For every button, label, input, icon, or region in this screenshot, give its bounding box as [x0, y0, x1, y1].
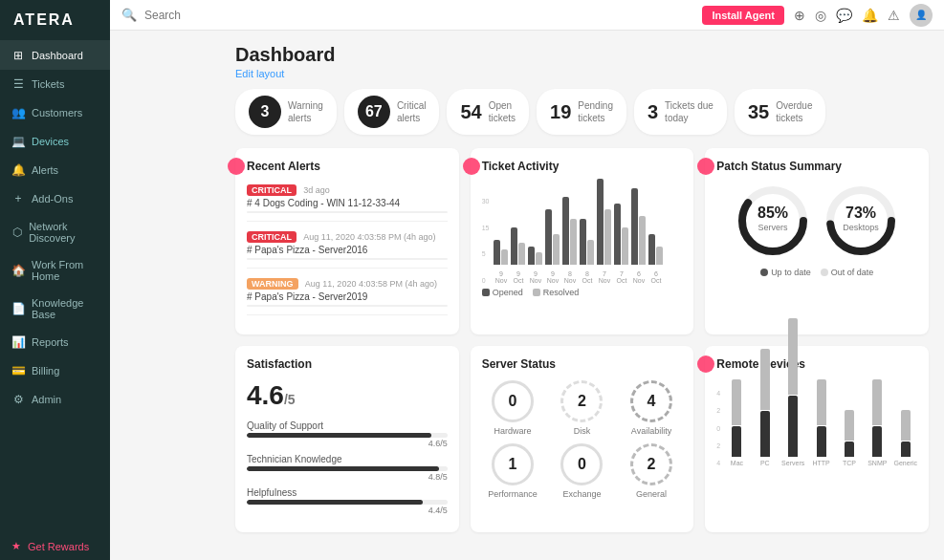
chart-label-8: 6 Nov: [631, 270, 646, 284]
bell-icon[interactable]: 🔔: [862, 8, 878, 23]
server-grid: 0 Hardware 2 Disk 4 Availability 1 Perfo…: [482, 380, 683, 499]
remote-bar-light-2: [788, 318, 798, 395]
general-label: General: [621, 489, 683, 499]
bar-resolved-6: [604, 209, 611, 265]
sidebar-item-customers[interactable]: 👥 Customers: [0, 98, 110, 127]
install-agent-button[interactable]: Install Agent: [702, 6, 784, 25]
pending-label: Pendingtickets: [578, 99, 613, 124]
alert-divider-1: [247, 211, 448, 213]
server-general: 2 General: [621, 443, 683, 499]
satisfaction-card: Satisfaction 4.6/5 Quality of Support 4.…: [235, 346, 459, 532]
sidebar-item-admin[interactable]: ⚙ Admin: [0, 385, 110, 414]
server-status-title: Server Status: [482, 357, 683, 371]
bar-resolved-5: [587, 240, 594, 265]
remote-bar-group-6: Generic: [893, 410, 917, 466]
overdue-label: Overduetickets: [776, 99, 812, 124]
remote-devices-indicator: [697, 355, 714, 373]
knowledge-value: 4.8/5: [247, 472, 448, 482]
remote-bar-light-5: [872, 379, 882, 425]
chat-icon[interactable]: 💬: [836, 8, 852, 23]
remote-devices-title: Remote Devices: [716, 357, 917, 371]
remote-bar-group-2: Servers: [781, 318, 804, 466]
edit-layout-link[interactable]: Edit layout: [235, 68, 929, 79]
warning-icon[interactable]: ⚠: [888, 8, 900, 23]
disk-circle: 2: [560, 380, 603, 422]
legend-outofdate: Out of date: [821, 268, 874, 277]
admin-icon: ⚙: [11, 393, 25, 406]
search-input[interactable]: [144, 9, 694, 22]
stats-row: 3 Warningalerts 67 Criticalalerts 54 Ope…: [235, 89, 929, 135]
open-label: Opentickets: [489, 99, 516, 124]
availability-label: Availability: [621, 426, 683, 436]
bar-group-0: [494, 240, 508, 265]
alert-time-2: Aug 11, 2020 4:03:58 PM (4h ago): [303, 232, 435, 242]
sidebar-nav: ⊞ Dashboard ☰ Tickets 👥 Customers 💻 Devi…: [0, 41, 110, 532]
bar-opened-3: [545, 209, 552, 265]
search-icon: 🔍: [121, 8, 137, 22]
bar-group-3: [545, 209, 560, 265]
sidebar-item-label: Admin: [32, 394, 61, 405]
remote-label-0: Mac: [731, 460, 743, 466]
progress-knowledge: Technician Knowledge 4.8/5: [247, 454, 448, 482]
topbar-icons: Install Agent ⊕ ◎ 💬 🔔 ⚠ 👤: [702, 4, 933, 27]
servers-circle: 85% Servers: [735, 183, 811, 262]
customers-icon: 👥: [11, 106, 25, 119]
remote-bars-wrapper: MacPCServersHTTPTCPSNMPGeneric: [725, 380, 917, 466]
sidebar-item-tickets[interactable]: ☰ Tickets: [0, 70, 110, 98]
chart-legend: Opened Resolved: [482, 288, 683, 297]
server-status-card: Server Status 0 Hardware 2 Disk 4 Availa…: [471, 346, 694, 532]
patch-status-indicator: [697, 158, 714, 175]
desktops-svg: 73% Desktops: [823, 183, 899, 259]
quality-bar-fill: [247, 433, 431, 438]
bar-group-9: [648, 234, 663, 265]
location-icon[interactable]: ◎: [815, 8, 826, 23]
reports-icon: 📊: [11, 335, 25, 349]
alert-badge-warning-3: WARNING: [247, 278, 298, 290]
ticket-activity-card: Ticket Activity 30 15 5 0 9 Nov9 Oct9 No…: [471, 148, 694, 334]
remote-bar-group-5: SNMP: [866, 379, 889, 466]
avatar[interactable]: 👤: [910, 4, 933, 27]
server-disk: 2 Disk: [551, 380, 613, 436]
sidebar-item-label: Reports: [32, 336, 69, 348]
remote-bar-dark-2: [788, 396, 798, 457]
sidebar-item-knowledge[interactable]: 📄 Knowledge Base: [0, 290, 110, 328]
get-rewards-button[interactable]: ★ Get Rewards: [0, 532, 110, 560]
bar-group-1: [511, 227, 525, 265]
sidebar-item-addons[interactable]: + Add-Ons: [0, 184, 110, 213]
quality-value: 4.6/5: [247, 439, 448, 448]
disk-label: Disk: [551, 426, 613, 436]
sidebar-item-label: Devices: [32, 136, 69, 147]
alert-badge-critical-1: CRITICAL: [247, 184, 296, 196]
sidebar-item-devices[interactable]: 💻 Devices: [0, 127, 110, 156]
sidebar-item-dashboard[interactable]: ⊞ Dashboard: [0, 41, 110, 70]
helpfulness-bar-bg: [247, 500, 448, 505]
rewards-icon: ★: [11, 540, 21, 552]
remote-bar-light-3: [817, 379, 826, 425]
svg-text:Servers: Servers: [758, 223, 789, 232]
sidebar-item-alerts[interactable]: 🔔 Alerts: [0, 156, 110, 184]
main-content: Dashboard Edit layout 3 Warningalerts 67…: [220, 31, 944, 560]
addons-icon: +: [11, 192, 25, 205]
sidebar-item-reports[interactable]: 📊 Reports: [0, 328, 110, 356]
sidebar-item-workfromhome[interactable]: 🏠 Work From Home: [0, 251, 110, 290]
plus-icon[interactable]: ⊕: [794, 8, 805, 23]
bars-container: 9 Nov9 Oct9 Nov9 Nov8 Nov8 Oct7 Nov7 Oct…: [494, 183, 682, 284]
bar-group-7: [614, 204, 628, 265]
exchange-label: Exchange: [551, 489, 613, 499]
quality-bar-bg: [247, 433, 448, 438]
stat-pending-tickets: 19 Pendingtickets: [537, 89, 626, 135]
bar-opened-6: [597, 179, 604, 265]
alert-divider-3: [247, 305, 448, 307]
remote-bar-group-4: TCP: [838, 410, 861, 466]
exchange-circle: 0: [560, 443, 603, 485]
critical-label: Criticalalerts: [397, 99, 427, 124]
remote-bar-group-0: Mac: [725, 379, 748, 466]
bar-opened-1: [511, 227, 517, 265]
remote-bar-dark-4: [845, 442, 854, 457]
warning-label: Warningalerts: [288, 99, 323, 124]
open-count: 54: [460, 101, 481, 123]
chart-label-6: 7 Nov: [597, 270, 611, 284]
sidebar-item-network[interactable]: ⬡ Network Discovery: [0, 213, 110, 251]
alert-item-3: WARNING Aug 11, 2020 4:03:58 PM (4h ago)…: [247, 276, 448, 315]
sidebar-item-billing[interactable]: 💳 Billing: [0, 356, 110, 385]
